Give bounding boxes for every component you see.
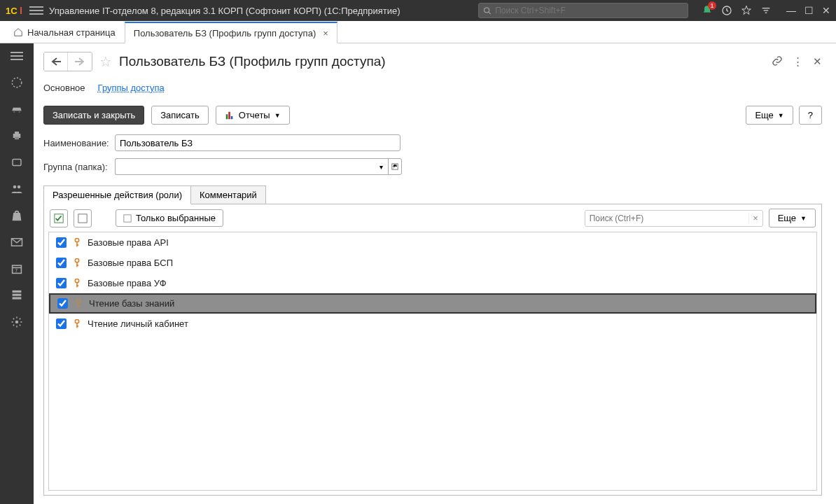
svg-line-3: [489, 12, 491, 14]
roles-tab-roles[interactable]: Разрешенные действия (роли): [43, 186, 191, 204]
sidebar-lifebuoy-icon[interactable]: [10, 76, 24, 90]
app-logo: 1С: [6, 4, 24, 17]
role-label: Базовые права БСП: [88, 258, 173, 268]
close-window-button[interactable]: ✕: [822, 5, 830, 16]
group-label: Группа (папка):: [43, 162, 111, 172]
svg-rect-37: [76, 244, 78, 246]
sidebar-badge-icon[interactable]: [10, 155, 24, 169]
role-checkbox[interactable]: [56, 237, 67, 248]
check-all-button[interactable]: [50, 209, 68, 227]
only-selected-toggle[interactable]: Только выбранные: [116, 209, 223, 227]
roles-search[interactable]: ×: [585, 210, 763, 227]
svg-text:7: 7: [15, 268, 18, 273]
sidebar-bag-icon[interactable]: [10, 209, 24, 223]
sidebar-calendar-icon[interactable]: 7: [10, 262, 24, 276]
key-icon: [74, 279, 81, 288]
checkbox-icon: [123, 214, 132, 223]
svg-rect-40: [76, 265, 78, 266]
role-label: Базовые права API: [88, 237, 169, 248]
svg-rect-34: [124, 214, 131, 221]
roles-more-label: Еще: [778, 213, 796, 223]
uncheck-all-button[interactable]: [74, 209, 92, 227]
global-search-input[interactable]: [495, 6, 683, 15]
svg-point-19: [18, 186, 21, 189]
history-icon[interactable]: [720, 4, 733, 17]
svg-point-35: [75, 238, 78, 241]
roles-more-button[interactable]: Еще ▼: [769, 209, 816, 227]
link-icon[interactable]: [772, 55, 783, 69]
only-selected-label: Только выбранные: [136, 213, 216, 223]
role-row[interactable]: Чтение базы знаний: [49, 293, 816, 314]
svg-rect-48: [76, 323, 78, 328]
star-icon[interactable]: [740, 4, 753, 17]
tab-profile[interactable]: Пользователь БЗ (Профиль групп доступа) …: [125, 22, 337, 43]
sidebar-printer-icon[interactable]: [10, 129, 24, 143]
chevron-down-icon: ▼: [800, 215, 807, 222]
sidebar-stack-icon[interactable]: [10, 288, 24, 302]
section-tab-main[interactable]: Основное: [43, 83, 85, 93]
global-search[interactable]: [478, 3, 688, 18]
sidebar-car-icon[interactable]: [10, 102, 24, 116]
nav-buttons: [43, 52, 92, 71]
more-label: Еще: [755, 110, 773, 120]
kebab-icon[interactable]: ⋮: [793, 55, 803, 68]
roles-list: Базовые права APIБазовые права БСПБазовы…: [48, 232, 817, 491]
chevron-down-icon: ▼: [274, 112, 281, 119]
name-input[interactable]: [115, 134, 400, 151]
svg-point-41: [75, 279, 78, 282]
save-button[interactable]: Записать: [151, 106, 209, 125]
reports-label: Отчеты: [239, 110, 270, 120]
group-open-button[interactable]: [388, 158, 402, 175]
favorite-star[interactable]: ☆: [99, 53, 112, 70]
svg-rect-43: [76, 285, 78, 286]
svg-point-27: [15, 321, 19, 324]
svg-rect-16: [15, 137, 19, 140]
role-checkbox[interactable]: [56, 258, 67, 268]
roles-box: Только выбранные × Еще ▼ Базовые права A…: [43, 204, 822, 496]
sidebar-gear-icon[interactable]: [10, 315, 24, 329]
role-checkbox[interactable]: [56, 318, 67, 329]
tab-close-icon[interactable]: ×: [323, 28, 328, 38]
roles-search-input[interactable]: [585, 214, 748, 223]
key-icon: [75, 299, 82, 309]
key-icon: [74, 238, 81, 248]
role-row[interactable]: Чтение личный кабинет: [49, 314, 816, 334]
role-checkbox[interactable]: [56, 278, 67, 288]
tab-home-label: Начальная страница: [27, 27, 116, 38]
sidebar-people-icon[interactable]: [10, 182, 24, 196]
more-button[interactable]: Еще ▼: [746, 106, 793, 125]
save-close-button[interactable]: Записать и закрыть: [43, 106, 144, 125]
roles-tab-comment[interactable]: Комментарий: [191, 186, 266, 204]
bell-icon[interactable]: 1: [701, 4, 713, 17]
filter-icon[interactable]: [760, 4, 772, 17]
svg-rect-25: [13, 294, 22, 296]
hamburger-menu[interactable]: [29, 6, 43, 15]
svg-point-13: [18, 111, 20, 113]
page-title: Пользователь БЗ (Профиль групп доступа): [119, 54, 386, 69]
key-icon: [74, 258, 81, 268]
role-row[interactable]: Базовые права API: [49, 232, 816, 253]
roles-search-clear[interactable]: ×: [748, 213, 762, 223]
close-page-icon[interactable]: ✕: [813, 55, 822, 68]
svg-rect-49: [76, 326, 78, 327]
forward-button[interactable]: [68, 52, 92, 71]
group-combo: ▾: [115, 158, 402, 175]
sidebar-mail-icon[interactable]: [10, 235, 24, 249]
group-dropdown-button[interactable]: ▾: [374, 158, 388, 175]
role-row[interactable]: Базовые права УФ: [49, 273, 816, 293]
svg-point-2: [485, 7, 489, 12]
section-tab-groups[interactable]: Группы доступа: [98, 83, 165, 93]
back-button[interactable]: [44, 52, 68, 71]
group-input[interactable]: [115, 158, 374, 175]
role-row[interactable]: Базовые права БСП: [49, 253, 816, 273]
help-button[interactable]: ?: [799, 106, 822, 125]
role-label: Чтение базы знаний: [89, 298, 174, 309]
minimize-button[interactable]: —: [786, 5, 796, 16]
maximize-button[interactable]: ☐: [804, 5, 814, 16]
sidebar-menu-icon[interactable]: [10, 49, 24, 63]
role-checkbox[interactable]: [57, 298, 68, 309]
reports-button[interactable]: Отчеты ▼: [216, 106, 290, 125]
section-tabs: Основное Группы доступа: [43, 83, 822, 93]
tab-home[interactable]: Начальная страница: [4, 21, 125, 43]
name-label: Наименование:: [43, 138, 111, 148]
